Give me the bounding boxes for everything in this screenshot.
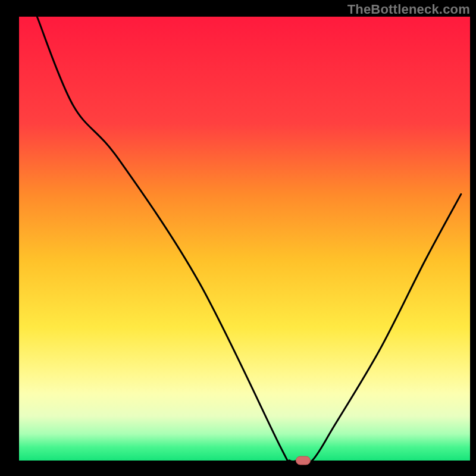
optimal-marker [296,456,311,465]
chart-plot-area [19,17,470,461]
bottleneck-chart [0,0,476,476]
watermark-label: TheBottleneck.com [347,2,470,17]
chart-container: TheBottleneck.com [0,0,476,476]
